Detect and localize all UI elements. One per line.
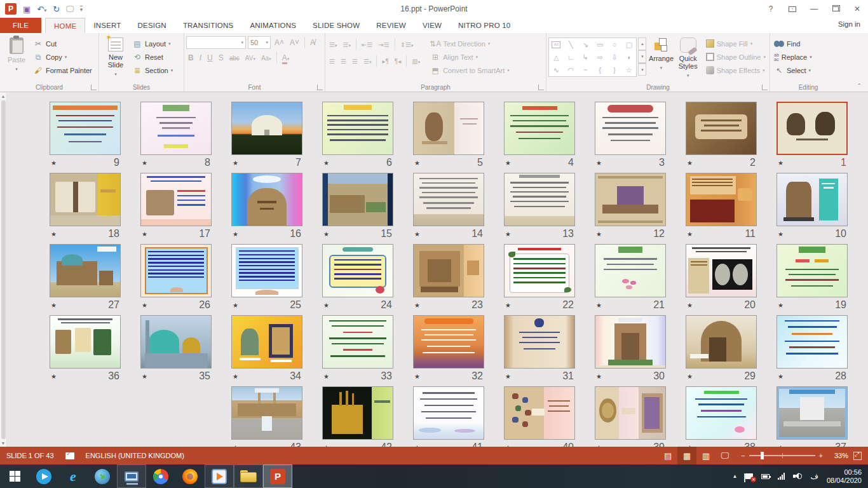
close-icon[interactable]: ✕	[846, 0, 868, 18]
undo-button[interactable]: ↶▾	[37, 3, 46, 15]
slide-thumbnail-23[interactable]: ★23	[413, 244, 484, 315]
character-spacing-button[interactable]: AV▾	[243, 55, 257, 62]
vertical-scrollbar[interactable]: ▲ ▼	[0, 93, 7, 447]
idm-taskbar-icon[interactable]: ➜	[88, 464, 117, 488]
justify-icon[interactable]: ☰▾	[362, 58, 373, 65]
start-taskbar-icon[interactable]	[0, 464, 29, 488]
increase-indent-icon[interactable]: ⇥☰	[376, 41, 391, 48]
paragraph-dialog-launcher[interactable]	[538, 85, 544, 90]
quick-styles-button[interactable]: Quick Styles▾	[675, 35, 702, 79]
slide-thumbnail-21[interactable]: ★21	[595, 244, 666, 315]
shape-textbox-icon[interactable]: A≡	[552, 41, 560, 48]
align-right-icon[interactable]: ☰	[350, 58, 360, 65]
tab-home[interactable]: HOME	[45, 18, 85, 33]
slide-thumbnail-18[interactable]: ★18	[50, 173, 121, 244]
shapes-gallery-scroll[interactable]: ▴▾▾	[638, 37, 646, 76]
slide-thumbnail-12[interactable]: ★12	[595, 173, 666, 244]
slide-thumbnail-8[interactable]: ★8	[140, 102, 212, 173]
find-button[interactable]: Find	[772, 37, 814, 50]
tab-slide-show[interactable]: SLIDE SHOW	[304, 18, 368, 33]
strikethrough-button[interactable]: abc	[227, 55, 241, 62]
normal-view-icon[interactable]: ▤	[658, 447, 677, 464]
slide-thumbnail-38[interactable]: ★38	[686, 386, 757, 447]
new-slide-button[interactable]: New Slide▾	[101, 35, 130, 78]
align-left-icon[interactable]: ☰	[327, 58, 337, 65]
scrollbar-thumb[interactable]	[1, 100, 6, 439]
shape-icon[interactable]: △	[553, 54, 559, 61]
shape-icon[interactable]: ╲	[569, 41, 573, 48]
zoom-out-icon[interactable]: −	[741, 452, 745, 459]
slide-thumbnail-2[interactable]: ★2	[686, 102, 757, 173]
shape-icon[interactable]: ◗	[627, 54, 632, 61]
slide-thumbnail-43[interactable]: ★43	[231, 386, 302, 447]
change-case-button[interactable]: Aa▾	[259, 55, 273, 62]
tab-animations[interactable]: ANIMATIONS	[241, 18, 304, 33]
slide-thumbnail-13[interactable]: ★13	[504, 173, 575, 244]
slide-thumbnail-16[interactable]: ★16	[231, 173, 302, 244]
convert-to-smartart-button[interactable]: ⬒Convert to SmartArt▾	[428, 64, 512, 77]
align-center-icon[interactable]: ☰	[339, 58, 348, 65]
tab-insert[interactable]: INSERT	[85, 18, 129, 33]
shape-icon[interactable]: }	[613, 67, 616, 74]
battery-icon[interactable]	[761, 474, 770, 479]
shapes-gallery[interactable]: A≡╲↘▭○▢△∟↳⇨⇩◗∿◠~{}☆	[548, 37, 637, 77]
slide-thumbnail-31[interactable]: ★31	[504, 315, 575, 386]
clear-formatting-icon[interactable]: A̸	[308, 38, 317, 47]
remote-viewer-taskbar-icon[interactable]	[117, 464, 146, 488]
scroll-down-icon[interactable]: ▼	[1, 441, 6, 445]
save-icon[interactable]: ▣	[23, 5, 31, 13]
file-explorer-taskbar-icon[interactable]	[234, 464, 263, 488]
shape-icon[interactable]: ⇨	[597, 54, 603, 61]
cut-button[interactable]: ✂Cut	[31, 37, 94, 50]
slide-thumbnail-27[interactable]: ★27	[50, 244, 121, 315]
hidden-icons-icon[interactable]: ▲	[733, 473, 738, 479]
slide-thumbnail-24[interactable]: ★24	[322, 244, 393, 315]
slide-thumbnail-20[interactable]: ★20	[686, 244, 757, 315]
slide-thumbnail-10[interactable]: ★10	[776, 173, 848, 244]
tab-view[interactable]: VIEW	[414, 18, 450, 33]
slide-thumbnail-41[interactable]: ★41	[413, 386, 484, 447]
zoom-slider-thumb[interactable]	[761, 452, 764, 459]
shape-icon[interactable]: ○	[613, 41, 617, 48]
font-size-combo[interactable]: 50▾	[248, 36, 271, 49]
slide-thumbnail-9[interactable]: ★9	[50, 102, 121, 173]
slide-thumbnail-3[interactable]: ★3	[595, 102, 666, 173]
shape-icon[interactable]: ↘	[583, 41, 588, 48]
slide-thumbnail-5[interactable]: ★5	[413, 102, 484, 173]
decrease-font-size-icon[interactable]: A˅	[288, 38, 301, 47]
restore-icon[interactable]	[825, 0, 846, 18]
copy-button[interactable]: ⧉Copy▾	[31, 50, 94, 64]
volume-icon[interactable]	[793, 473, 802, 480]
input-language-indicator[interactable]: ف	[810, 472, 818, 481]
tab-file[interactable]: FILE	[0, 18, 41, 33]
paste-button[interactable]: Paste▾	[2, 35, 31, 73]
line-spacing-icon[interactable]: ⇕☰▾	[398, 41, 416, 48]
shape-fill-button[interactable]: Shape Fill▾	[704, 37, 768, 50]
reset-button[interactable]: ⟲Reset	[130, 50, 175, 64]
align-text-button[interactable]: ⊞Align Text▾	[428, 50, 512, 64]
collapse-ribbon-icon[interactable]: ⌃	[857, 83, 862, 89]
slide-thumbnail-29[interactable]: ★29	[686, 315, 757, 386]
rtl-direction-icon[interactable]: ¶◂	[393, 58, 403, 65]
shape-icon[interactable]: {	[599, 67, 601, 74]
slide-thumbnail-1[interactable]: ★1	[776, 102, 848, 173]
spellcheck-icon[interactable]	[65, 452, 74, 459]
bold-button[interactable]: B	[186, 53, 196, 62]
slideshow-view-icon[interactable]: 🖵	[715, 447, 735, 464]
section-button[interactable]: ≣Section▾	[130, 64, 175, 77]
reading-view-icon[interactable]: ▥	[696, 447, 715, 464]
slide-thumbnail-4[interactable]: ★4	[504, 102, 575, 173]
tab-review[interactable]: REVIEW	[368, 18, 414, 33]
shape-icon[interactable]: ◠	[568, 67, 574, 74]
internet-explorer-taskbar-icon[interactable]: e	[58, 464, 88, 488]
ltr-direction-icon[interactable]: ▸¶	[380, 58, 390, 65]
shape-effects-button[interactable]: Shape Effects▾	[704, 64, 768, 77]
slide-thumbnail-36[interactable]: ★36	[50, 315, 121, 386]
minimize-icon[interactable]: —	[803, 0, 825, 18]
clipboard-dialog-launcher[interactable]	[91, 85, 97, 90]
powerpoint-taskbar-icon[interactable]: P	[263, 464, 292, 488]
italic-button[interactable]: I	[198, 53, 203, 62]
font-color-button[interactable]: A▾	[280, 53, 292, 62]
shape-icon[interactable]: ▭	[597, 41, 603, 48]
select-button[interactable]: ↖Select▾	[772, 64, 814, 77]
